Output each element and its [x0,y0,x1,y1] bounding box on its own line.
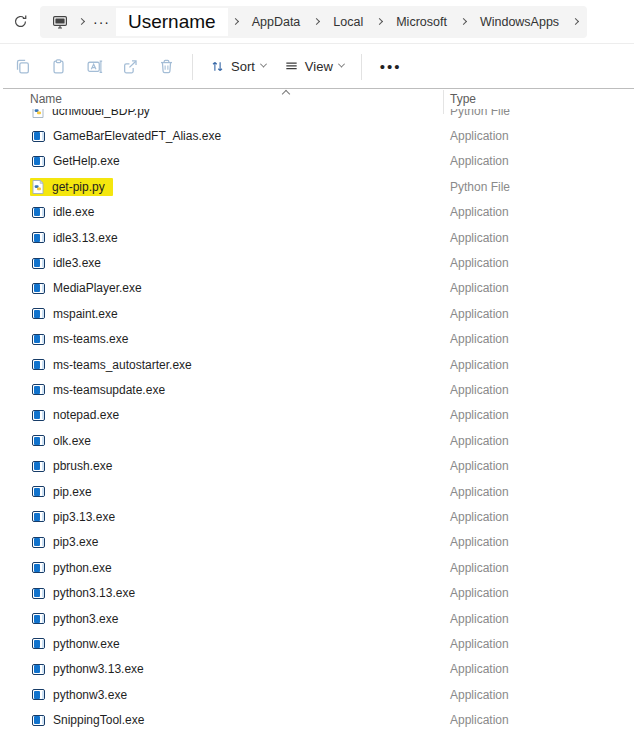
file-type: Application [450,662,509,676]
file-row[interactable]: pip3.exe Application [0,530,634,555]
file-row[interactable]: idle3.exe Application [0,250,634,275]
file-name: GameBarElevatedFT_Alias.exe [53,129,221,143]
file-row[interactable]: get-pip.py Python File [0,174,634,199]
file-name: pip3.exe [53,535,98,549]
see-more-button[interactable]: ••• [370,54,412,79]
column-header-name[interactable]: Name [30,92,62,106]
file-row[interactable]: ms-teams_autostarter.exe Application [0,352,634,377]
file-name: ms-teams_autostarter.exe [53,358,192,372]
file-row[interactable]: SnippingTool.exe Application [0,707,634,732]
file-type: Application [450,459,509,473]
application-file-icon [32,613,45,624]
share-button[interactable] [112,51,148,83]
file-type: Application [450,383,509,397]
application-file-icon [32,435,45,446]
sort-arrows-icon [210,59,225,74]
file-type: Application [450,307,509,321]
breadcrumb-item-microsoft[interactable]: Microsoft [387,11,456,33]
breadcrumb-item-windowsapps[interactable]: WindowsApps [471,11,568,33]
file-row[interactable]: olk.exe Application [0,428,634,453]
file-row[interactable]: pip.exe Application [0,479,634,504]
file-row[interactable]: GameBarElevatedFT_Alias.exe Application [0,123,634,148]
breadcrumb-item-appdata[interactable]: AppData [243,11,310,33]
file-name: pip.exe [53,485,92,499]
toolbar-separator [192,54,193,80]
file-name: mspaint.exe [53,307,118,321]
application-file-icon [32,689,45,700]
file-name-cell: python.exe [30,559,120,577]
file-row[interactable]: ucnModel_BDP.py Python File [0,109,634,123]
file-row[interactable]: idle3.13.exe Application [0,225,634,250]
application-file-icon [32,283,45,294]
file-name-cell: pbrush.exe [30,457,120,475]
refresh-button[interactable] [6,8,34,36]
file-row[interactable]: idle.exe Application [0,200,634,225]
application-file-icon [32,664,45,675]
paste-button[interactable] [40,51,76,83]
file-name-cell: olk.exe [30,432,99,450]
file-row[interactable]: GetHelp.exe Application [0,149,634,174]
file-explorer-window: ··· Username AppData Local Microsoft Win… [0,0,634,733]
file-type: Application [450,612,509,626]
file-row[interactable]: pythonw3.exe Application [0,682,634,707]
copy-icon [14,58,31,75]
file-name-cell: ucnModel_BDP.py [30,109,158,120]
column-header-type[interactable]: Type [450,92,476,106]
breadcrumb-overflow[interactable]: ··· [89,12,114,32]
file-name: python3.exe [53,612,118,626]
file-type: Application [450,129,509,143]
chevron-right-icon [78,18,85,25]
file-type: Application [450,688,509,702]
application-file-icon [32,384,45,395]
file-row[interactable]: notepad.exe Application [0,403,634,428]
file-name-cell: ms-teamsupdate.exe [30,381,173,399]
file-row[interactable]: pbrush.exe Application [0,453,634,478]
file-row[interactable]: mspaint.exe Application [0,301,634,326]
chevron-right-icon [460,18,467,25]
file-row[interactable]: pythonw3.13.exe Application [0,657,634,682]
chevron-right-icon [376,18,383,25]
file-name-cell: GameBarElevatedFT_Alias.exe [30,127,229,145]
file-row[interactable]: python.exe Application [0,555,634,580]
file-name-cell: idle3.13.exe [30,229,126,247]
column-header-row: Name Type [0,89,634,109]
application-file-icon [32,131,45,142]
application-file-icon [32,461,45,472]
file-row[interactable]: python3.13.exe Application [0,580,634,605]
this-pc-crumb[interactable] [46,9,74,35]
file-name-cell: mspaint.exe [30,305,126,323]
rename-button[interactable] [76,51,112,83]
file-name-cell: ms-teams.exe [30,330,136,348]
breadcrumb-item-username[interactable]: Username [116,8,228,36]
file-list: ucnModel_BDP.py Python File GameBarEleva… [0,109,634,733]
file-row[interactable]: MediaPlayer.exe Application [0,276,634,301]
file-type: Application [450,485,509,499]
copy-button[interactable] [4,51,40,83]
file-name: idle3.13.exe [53,231,118,245]
file-row[interactable]: pythonw.exe Application [0,631,634,656]
application-file-icon [32,334,45,345]
view-label: View [305,59,333,74]
file-row[interactable]: ms-teamsupdate.exe Application [0,377,634,402]
sort-dropdown[interactable]: Sort [201,53,275,80]
file-type: Application [450,713,509,727]
file-name-cell: MediaPlayer.exe [30,279,150,297]
refresh-icon [13,14,28,29]
file-type: Application [450,637,509,651]
file-name-cell: python3.exe [30,610,126,628]
file-name: MediaPlayer.exe [53,281,142,295]
delete-button[interactable] [148,51,184,83]
file-name: pythonw.exe [53,637,120,651]
application-file-icon [32,410,45,421]
file-name-cell: idle3.exe [30,254,109,272]
view-dropdown[interactable]: View [275,53,353,80]
file-name: python3.13.exe [53,586,135,600]
file-name: get-pip.py [52,180,105,194]
file-row[interactable]: python3.exe Application [0,606,634,631]
file-row[interactable]: ms-teams.exe Application [0,327,634,352]
file-type: Application [450,256,509,270]
breadcrumb-item-local[interactable]: Local [324,11,372,33]
file-name: notepad.exe [53,408,119,422]
file-row[interactable]: pip3.13.exe Application [0,504,634,529]
file-name-cell: pip3.13.exe [30,508,123,526]
